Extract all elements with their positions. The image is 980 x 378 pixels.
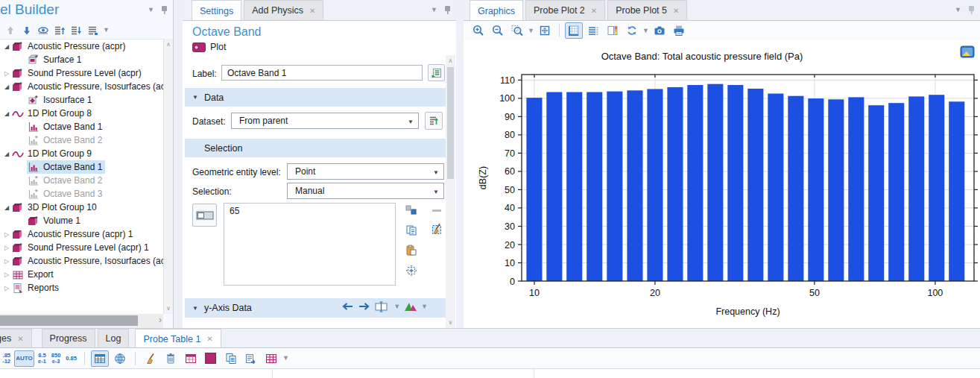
table-view-button[interactable] — [91, 350, 109, 367]
chevron-down-icon[interactable]: ▼ — [282, 355, 289, 362]
tab-probe-table-1[interactable]: Probe Table 1✕ — [135, 329, 221, 348]
tree-item[interactable]: *Octave Band 2 — [0, 174, 163, 187]
clear-table-button[interactable] — [142, 350, 159, 367]
expand-all-icon[interactable] — [70, 25, 82, 37]
collapsed-expander-icon[interactable]: ▷ — [2, 258, 11, 265]
full-precision-view-button[interactable] — [111, 350, 129, 367]
tab-probe-plot-5[interactable]: Probe Plot 5✕ — [607, 0, 687, 20]
zoom-in-button[interactable] — [470, 22, 487, 39]
zoom-extents-button[interactable] — [536, 22, 554, 39]
panel-menu-icon[interactable]: ▼ — [955, 7, 961, 13]
plot-group-context-icon[interactable] — [960, 45, 975, 58]
panel-menu-icon[interactable]: ▼ — [431, 7, 437, 13]
tab-add-physics[interactable]: Add Physics✕ — [244, 0, 323, 20]
selection-list-item[interactable]: 65 — [230, 206, 239, 216]
model-tree-node-text-icon[interactable] — [86, 25, 98, 37]
tab-settings[interactable]: Settings — [192, 0, 241, 21]
tree-vertical-scrollbar[interactable]: ∧∨ — [163, 39, 173, 314]
expanded-expander-icon[interactable]: ◢ — [2, 151, 11, 157]
active-toggle-button[interactable] — [192, 204, 217, 227]
section-selection[interactable]: Selection — [185, 139, 446, 157]
pin-icon[interactable] — [967, 5, 976, 15]
label-input[interactable]: Octave Band 1 — [221, 65, 423, 81]
tree-item[interactable]: ▷*Acoustic Pressure, Isosurfaces (acp — [0, 254, 163, 268]
next-section-icon[interactable] — [358, 301, 371, 312]
tab-log[interactable]: Log — [98, 329, 130, 347]
remove-selection-icon[interactable] — [431, 207, 443, 213]
print-button[interactable] — [670, 22, 688, 39]
show-grid-button[interactable] — [565, 22, 583, 39]
scroll-right-icon[interactable]: › — [159, 315, 162, 325]
chevron-down-icon[interactable]: ▼ — [642, 28, 649, 34]
collapse-triangle-icon[interactable]: ▼ — [192, 94, 198, 101]
tree-item[interactable]: *Volume 1 — [0, 214, 163, 227]
engineering-notation-button[interactable]: 850e-3 — [50, 350, 63, 367]
zoom-out-button[interactable] — [489, 22, 507, 39]
selection-list[interactable]: 65 — [224, 203, 396, 286]
full-precision-button[interactable]: .85-12 — [1, 350, 12, 367]
rename-button[interactable] — [428, 64, 445, 81]
tab-probe-plot-2[interactable]: Probe Plot 2✕ — [525, 0, 605, 20]
tree-horizontal-scrollbar[interactable]: › — [0, 314, 163, 328]
chevron-down-icon[interactable]: ▼ — [393, 303, 400, 310]
plot-canvas[interactable]: 1020501000102030405060708090100110Octave… — [464, 40, 980, 328]
tab-progress[interactable]: Progress — [42, 329, 95, 347]
expanded-expander-icon[interactable]: ◢ — [2, 204, 11, 211]
tree-item[interactable]: ◢*Acoustic Pressure, Isosurfaces (acp — [0, 80, 163, 93]
expression-field-icon[interactable] — [375, 300, 390, 312]
chevron-down-icon[interactable]: ▼ — [528, 28, 534, 34]
copy-selection-icon[interactable] — [405, 224, 417, 236]
tree-item[interactable]: Octave Band 1 — [0, 120, 163, 133]
section-y-axis-data[interactable]: ▼ y-Axis Data ▼ ▼ — [185, 298, 446, 318]
expanded-expander-icon[interactable]: ◢ — [2, 84, 11, 90]
tree-item[interactable]: ▷*Sound Pressure Level (acpr) 1 — [0, 241, 163, 254]
refresh-plot-button[interactable] — [623, 22, 641, 39]
dataset-select[interactable]: From parent▼ — [231, 113, 419, 129]
color-swatch-button[interactable] — [202, 350, 220, 367]
settings-vertical-scrollbar[interactable]: ∧∨ — [446, 55, 455, 328]
collapsed-expander-icon[interactable]: ▷ — [2, 285, 11, 292]
pin-icon[interactable] — [443, 5, 452, 15]
collapsed-expander-icon[interactable]: ▷ — [2, 70, 11, 77]
scrollbar-thumb[interactable] — [447, 67, 454, 179]
geometric-entity-select[interactable]: Point▼ — [287, 163, 444, 180]
previous-section-icon[interactable] — [341, 301, 354, 312]
close-icon[interactable]: ✕ — [673, 7, 679, 15]
copy-table-button[interactable] — [222, 350, 240, 367]
tree-item[interactable]: *Isosurface 1 — [0, 93, 163, 107]
tree-item[interactable]: ◢1D Plot Group 8 — [0, 107, 163, 120]
create-selection-icon[interactable] — [405, 204, 417, 216]
show-icon[interactable] — [37, 25, 49, 37]
tree-item[interactable]: ▷Reports — [0, 281, 163, 294]
zoom-box-button[interactable] — [508, 22, 526, 39]
tree-item[interactable]: ▷*Sound Pressure Level (acpr) — [0, 66, 163, 80]
image-snapshot-button[interactable] — [651, 22, 668, 39]
tab-messages[interactable]: ges✕ — [0, 329, 32, 347]
expanded-expander-icon[interactable]: ◢ — [2, 110, 11, 117]
show-color-legend-button[interactable] — [604, 22, 622, 39]
create-dataset-button[interactable] — [425, 112, 443, 130]
add-table-button[interactable] — [262, 350, 280, 367]
plot-button-label[interactable]: Plot — [210, 42, 227, 52]
close-icon[interactable]: ✕ — [591, 7, 597, 15]
panel-menu-icon[interactable]: ▼ — [148, 7, 154, 13]
chevron-down-icon[interactable]: ▼ — [421, 303, 428, 310]
update-table-button[interactable] — [182, 350, 200, 367]
close-icon[interactable]: ✕ — [206, 335, 212, 343]
tree-item[interactable]: ◢*3D Plot Group 10 — [0, 201, 163, 214]
collapse-all-icon[interactable] — [54, 25, 66, 37]
collapsed-expander-icon[interactable]: ▷ — [2, 245, 11, 251]
tree-item[interactable]: ◢*Acoustic Pressure (acpr) — [0, 40, 163, 53]
expanded-expander-icon[interactable]: ◢ — [2, 43, 11, 50]
show-legends-button[interactable] — [584, 22, 602, 39]
export-table-button[interactable] — [242, 350, 260, 367]
close-icon[interactable]: ✕ — [309, 7, 315, 15]
section-data[interactable]: ▼ Data — [185, 88, 446, 107]
collapsed-expander-icon[interactable]: ▷ — [2, 231, 11, 238]
tree-item[interactable]: ▷Export — [0, 268, 163, 281]
delete-table-button[interactable] — [162, 350, 180, 367]
tab-graphics[interactable]: Graphics — [470, 0, 523, 21]
paste-selection-icon[interactable] — [405, 245, 417, 256]
close-icon[interactable]: ✕ — [17, 335, 23, 343]
zoom-to-selection-icon[interactable] — [405, 265, 417, 277]
